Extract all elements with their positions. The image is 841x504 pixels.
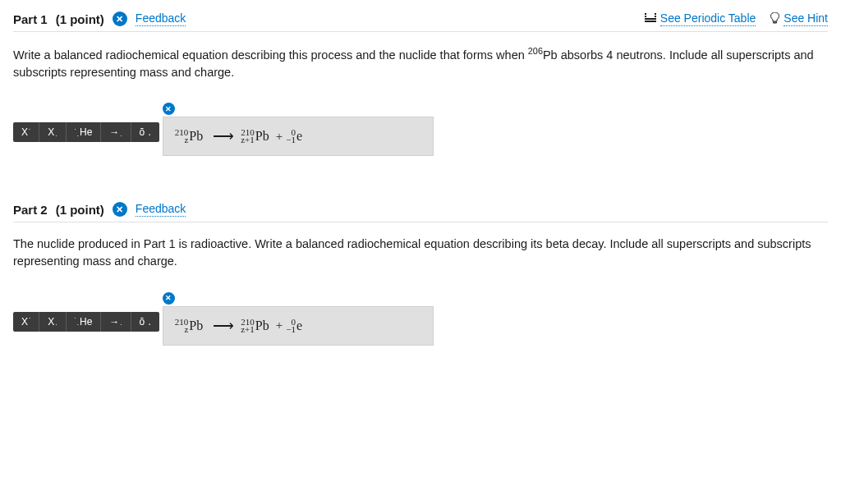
sub-icon: · [55, 132, 57, 140]
feedback-link[interactable]: Feedback [136, 11, 186, 26]
question-mass-number: 206 [528, 46, 543, 56]
sub-icon: · [120, 321, 122, 328]
nuclide-prefix: 210 z [175, 129, 189, 144]
part-header-left: Part 2 (1 point) ✕ Feedback [13, 202, 186, 217]
toolbar-nuclide-button[interactable]: ··He [67, 122, 102, 142]
sup-icon: · [29, 314, 30, 322]
sup-icon: · [75, 314, 76, 322]
nuclide-prefix: 0 −1 [286, 318, 296, 334]
sup-icon: · [75, 126, 76, 133]
toolbar-subscript-button[interactable]: X· [39, 312, 66, 332]
feedback-link[interactable]: Feedback [136, 202, 186, 217]
sub-icon: · [77, 132, 79, 140]
toolbar-superscript-button[interactable]: X· [13, 312, 39, 332]
toolbar-delta-button[interactable]: ŏ . [131, 122, 159, 142]
charge-number: z+1 [241, 326, 255, 333]
charge-number: z [184, 326, 188, 333]
answer-input[interactable]: 210 z Pb ⟶ 210 z+1 Pb + 0 −1 e [163, 306, 434, 346]
sub-icon: · [77, 321, 79, 328]
nuclide-prefix: 210 z+1 [241, 318, 255, 334]
question-text: The nuclide produced in Part 1 is radioa… [13, 222, 828, 285]
see-hint-link[interactable]: See Hint [784, 11, 828, 26]
reaction-arrow: ⟶ [213, 317, 234, 335]
incorrect-icon: ✕ [113, 11, 127, 26]
equation-toolbar: X· X· ··He →· ŏ . [13, 312, 159, 332]
svg-rect-2 [645, 16, 646, 17]
charge-number: −1 [286, 136, 296, 144]
toolbar-label: X [48, 316, 54, 328]
svg-rect-0 [645, 13, 646, 15]
element-symbol: e [296, 129, 302, 144]
svg-rect-4 [645, 18, 656, 20]
part-header-right: See Periodic Table See Hint [645, 11, 828, 26]
answer-area: ✕ 210 z Pb ⟶ 210 z+1 Pb + 0 −1 e [163, 290, 434, 346]
equation-toolbar: X· X· ··He →· ŏ . [13, 122, 159, 142]
toolbar-label: ŏ [140, 126, 145, 138]
see-hint-link-wrap[interactable]: See Hint [770, 11, 828, 26]
part-header: Part 2 (1 point) ✕ Feedback [13, 197, 828, 222]
periodic-table-icon [645, 12, 656, 25]
incorrect-icon: ✕ [113, 202, 127, 217]
periodic-table-link[interactable]: See Periodic Table [660, 11, 756, 26]
part-points: (1 point) [56, 12, 104, 26]
toolbar-label: He [80, 316, 92, 328]
toolbar-subscript-button[interactable]: X· [39, 122, 66, 142]
toolbar-label: X [21, 126, 28, 138]
question-text-before: Write a balanced radiochemical equation … [13, 48, 528, 62]
svg-rect-3 [655, 16, 656, 17]
element-symbol: Pb [189, 129, 203, 144]
dot-icon: . [145, 126, 151, 138]
sup-icon: · [29, 126, 30, 133]
plus-sign: + [276, 318, 283, 332]
svg-rect-5 [645, 21, 656, 22]
nuclide-prefix: 0 −1 [286, 129, 296, 144]
toolbar-arrow-button[interactable]: →· [101, 312, 131, 332]
toolbar-label: X [21, 316, 28, 328]
toolbar-label: ŏ [140, 316, 145, 328]
toolbar-label: → [109, 316, 119, 328]
part-points: (1 point) [56, 203, 104, 217]
question-text: Write a balanced radiochemical equation … [13, 32, 828, 96]
lightbulb-icon [770, 12, 779, 26]
element-symbol: Pb [189, 318, 203, 333]
toolbar-superscript-button[interactable]: X· [13, 122, 39, 142]
nuclide-prefix: 210 z+1 [241, 129, 255, 144]
question-element: Pb [543, 48, 558, 62]
toolbar-delta-button[interactable]: ŏ . [131, 312, 159, 332]
answer-incorrect-icon: ✕ [163, 292, 175, 305]
toolbar-label: → [109, 126, 119, 138]
answer-area: ✕ 210 z Pb ⟶ 210 z+1 Pb + 0 −1 e [163, 101, 434, 157]
sub-icon: · [120, 132, 122, 140]
answer-incorrect-icon: ✕ [163, 103, 175, 115]
part-title: Part 2 [13, 203, 48, 217]
element-symbol: Pb [255, 129, 269, 144]
charge-number: z [184, 136, 188, 144]
element-symbol: Pb [255, 318, 269, 333]
part-title: Part 1 [13, 12, 48, 26]
part-header-left: Part 1 (1 point) ✕ Feedback [13, 11, 186, 26]
reaction-arrow: ⟶ [213, 127, 234, 145]
answer-input[interactable]: 210 z Pb ⟶ 210 z+1 Pb + 0 −1 e [163, 117, 434, 156]
toolbar-label: He [80, 126, 92, 138]
periodic-table-link-wrap[interactable]: See Periodic Table [645, 11, 756, 26]
toolbar-label: X [48, 126, 54, 138]
dot-icon: . [145, 316, 151, 328]
svg-rect-1 [655, 13, 656, 15]
part-1: Part 1 (1 point) ✕ Feedback See Periodic… [0, 0, 841, 172]
charge-number: −1 [286, 326, 296, 333]
part-header: Part 1 (1 point) ✕ Feedback See Periodic… [13, 7, 828, 32]
toolbar-nuclide-button[interactable]: ··He [67, 312, 102, 332]
part-2: Part 2 (1 point) ✕ Feedback The nuclide … [0, 172, 841, 362]
plus-sign: + [276, 130, 283, 144]
sub-icon: · [55, 321, 57, 328]
element-symbol: e [296, 318, 302, 333]
nuclide-prefix: 210 z [175, 318, 189, 334]
toolbar-arrow-button[interactable]: →· [101, 122, 131, 142]
charge-number: z+1 [241, 136, 255, 144]
